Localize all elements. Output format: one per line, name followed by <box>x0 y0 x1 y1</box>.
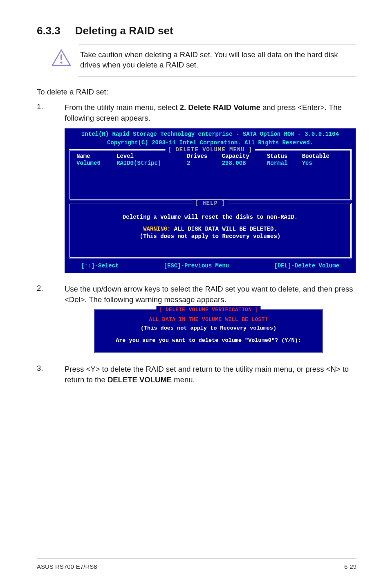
section-number: 6.3.3 <box>37 25 61 37</box>
bios-frame-title: [ DELETE VOLUME MENU ] <box>166 146 255 154</box>
bios-header-line-1: Intel(R) Rapid Storage Technology enterp… <box>65 130 356 139</box>
foot-select: [↑↓]-Select <box>81 263 119 270</box>
dialog-title: [ DELETE VOLUME VERIFICATION ] <box>156 306 260 314</box>
section-title: Deleting a RAID set <box>75 25 173 37</box>
help-line-1: Deleting a volume will reset the disks t… <box>75 214 345 221</box>
help-line-3: (This does not apply to Recovery volumes… <box>75 233 345 240</box>
col-capacity: Capacity <box>220 153 265 160</box>
help-warning-line: WARNING: ALL DISK DATA WILL BE DELETED. <box>75 226 345 233</box>
section-heading: 6.3.3 Deleting a RAID set <box>37 25 356 37</box>
footer-product: ASUS RS700-E7/RS8 <box>37 563 97 570</box>
page-footer: ASUS RS700-E7/RS8 6-29 <box>37 559 356 570</box>
step-text: Press <Y> to delete the RAID set and ret… <box>65 364 356 385</box>
svg-rect-1 <box>61 54 62 60</box>
footer-page-number: 6-29 <box>344 563 356 570</box>
foot-previous: [ESC]-Previous Menu <box>164 263 229 270</box>
foot-delete: [DEL]-Delete Volume <box>274 263 339 270</box>
caution-text: Take caution when deleting a RAID set. Y… <box>80 49 356 70</box>
bios-screen-delete-volume: Intel(R) Rapid Storage Technology enterp… <box>65 128 356 273</box>
intro-text: To delete a RAID set: <box>37 87 356 97</box>
dialog-warning-line: ALL DATA IN THE VOLUME WILL BE LOST! <box>99 316 318 324</box>
col-level: Level <box>115 153 185 160</box>
step-number: 3. <box>37 364 49 385</box>
step-2: 2. Use the up/down arrow keys to select … <box>37 284 356 305</box>
col-name: Name <box>75 153 115 160</box>
dialog-line-2: (This does not apply to Recovery volumes… <box>99 324 318 332</box>
bios-volume-frame: [ DELETE VOLUME MENU ] Name Level Drives… <box>69 149 352 200</box>
cell-name: Volume0 <box>75 160 115 167</box>
caution-icon <box>52 49 71 70</box>
svg-point-2 <box>60 61 62 63</box>
col-status: Status <box>265 153 300 160</box>
col-drives: Drives <box>185 153 220 160</box>
table-row[interactable]: Volume0 RAID0(Stripe) 2 298.0GB Normal Y… <box>75 160 345 167</box>
cell-capacity: 298.0GB <box>220 160 265 167</box>
cell-bootable: Yes <box>300 160 345 167</box>
cell-drives: 2 <box>185 160 220 167</box>
bios-footer-bar: [↑↓]-Select [ESC]-Previous Menu [DEL]-De… <box>65 261 356 273</box>
step-text: Use the up/down arrow keys to select the… <box>65 284 356 305</box>
step-1: 1. From the utility main menu, select 2.… <box>37 102 356 123</box>
step-text: From the utility main menu, select 2. De… <box>65 102 356 123</box>
bios-help-title: [ HELP ] <box>192 200 228 207</box>
bios-dialog-delete-verification: [ DELETE VOLUME VERIFICATION ] ALL DATA … <box>94 309 323 353</box>
step-3: 3. Press <Y> to delete the RAID set and … <box>37 364 356 385</box>
caution-block: Take caution when deleting a RAID set. Y… <box>78 45 356 76</box>
step-number: 1. <box>37 102 49 123</box>
table-header-row: Name Level Drives Capacity Status Bootab… <box>75 153 345 160</box>
dialog-prompt: Are you sure you want to delete volume "… <box>99 337 318 345</box>
cell-level: RAID0(Stripe) <box>115 160 185 167</box>
bios-volume-table: Name Level Drives Capacity Status Bootab… <box>75 153 345 167</box>
col-bootable: Bootable <box>300 153 345 160</box>
step-number: 2. <box>37 284 49 305</box>
bios-help-frame: [ HELP ] Deleting a volume will reset th… <box>69 203 352 259</box>
cell-status: Normal <box>265 160 300 167</box>
